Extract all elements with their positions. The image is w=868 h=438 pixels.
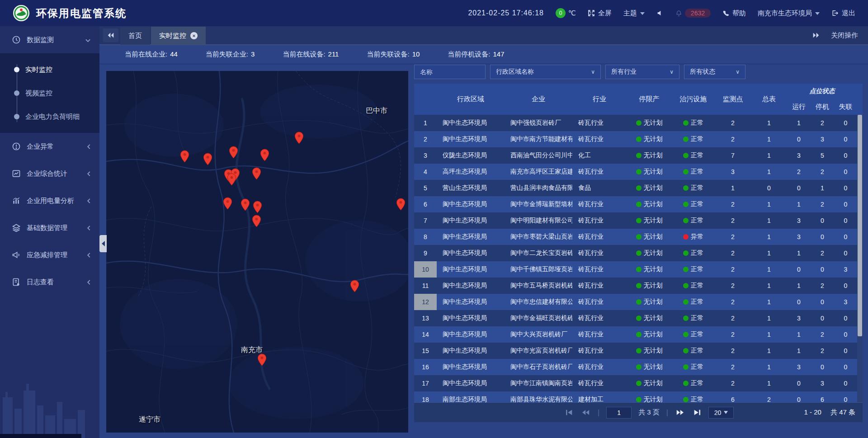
row-monitor-count: 3 (715, 164, 751, 180)
row-monitor-count: 2 (715, 229, 751, 245)
table-row[interactable]: 15阆中生态环境局阆中市光富页岩机砖厂砖瓦行业无计划正常21120 (414, 343, 857, 359)
table-row[interactable]: 2阆中生态环境局阆中市南方节能建材有砖瓦行业无计划正常21030 (414, 131, 857, 147)
table-row[interactable]: 14阆中生态环境局阆中大兴页岩机砖厂砖瓦行业无计划正常21120 (414, 326, 857, 343)
table-row[interactable]: 4高坪生态环境局南充市高坪区王家店建砖瓦行业无计划正常31220 (414, 164, 857, 180)
row-limit-status: 无计划 (627, 115, 672, 131)
row-index: 4 (414, 164, 437, 180)
sound-toggle-button[interactable] (656, 9, 664, 17)
fullscreen-button[interactable]: 全屏 (588, 9, 612, 18)
sidebar-item-实时监控[interactable]: 实时监控 (0, 58, 99, 81)
table-row[interactable]: 10阆中生态环境局阆中千佛镇五郎垭页岩砖瓦行业无计划正常21003 (414, 261, 857, 278)
table-row[interactable]: 12阆中生态环境局阆中市忠信建材有限公砖瓦行业无计划正常21003 (414, 294, 857, 310)
row-limit-status: 无计划 (627, 180, 672, 196)
table-row[interactable]: 9阆中生态环境局阆中市二龙长宝页岩砖砖瓦行业无计划正常21120 (414, 245, 857, 261)
map-pin-icon[interactable] (223, 197, 232, 210)
map-pin-icon[interactable] (229, 146, 238, 159)
table-row[interactable]: 5营山生态环境局营山县润丰肉食品有限食品无计划正常10010 (414, 180, 857, 196)
row-stopped-count: 5 (811, 147, 834, 164)
sidebar-group-应急减排管理[interactable]: 应急减排管理 (0, 241, 99, 268)
status-dot-icon (683, 283, 689, 288)
sidebar-group-企业综合统计[interactable]: 企业综合统计 (0, 160, 99, 187)
tabs-scroll-right-button[interactable] (813, 33, 819, 38)
map-pin-icon[interactable] (203, 153, 212, 165)
limit-status-text: 无计划 (644, 119, 663, 127)
table-row[interactable]: 16阆中生态环境局阆中市石子页岩机砖厂砖瓦行业无计划正常21300 (414, 359, 857, 375)
notification-area[interactable]: 2632 (675, 9, 711, 18)
map-pin-icon[interactable] (253, 201, 262, 213)
sidebar-group-日志查看[interactable]: 日志查看 (0, 268, 99, 296)
tab-home[interactable]: 首页 (120, 27, 150, 45)
sidebar-group-基础数据管理[interactable]: 基础数据管理 (0, 214, 99, 241)
row-region: 阆中生态环境局 (437, 343, 505, 359)
table-row[interactable]: 1阆中生态环境局阆中强锐页岩砖厂砖瓦行业无计划正常21120 (414, 115, 857, 131)
prev-page-button[interactable] (581, 408, 591, 418)
table-row[interactable]: 7阆中生态环境局阆中明阳建材有限公司砖瓦行业无计划正常21300 (414, 212, 857, 229)
map-pin-icon[interactable] (294, 132, 304, 144)
first-page-button[interactable] (564, 408, 574, 418)
map-pin-icon[interactable] (227, 173, 236, 186)
limit-status-text: 无计划 (644, 168, 663, 176)
map-pin-icon[interactable] (180, 150, 189, 163)
row-lost-count: 0 (834, 131, 857, 147)
page-number-input[interactable] (606, 407, 632, 419)
range-label: 1 - 20 (804, 408, 821, 417)
map-pin-icon[interactable] (252, 167, 261, 180)
sidebar-group-企业用电量分析[interactable]: 企业用电量分析 (0, 187, 99, 214)
theme-dropdown[interactable]: 主题 (623, 9, 645, 18)
map-pin-icon[interactable] (241, 198, 250, 211)
first-page-icon (566, 410, 573, 415)
row-stopped-count: 6 (811, 391, 834, 402)
map-pin-icon[interactable] (396, 198, 406, 211)
table-row[interactable]: 17阆中生态环境局阆中市江南镇阆南页岩砖瓦行业无计划正常21030 (414, 375, 857, 391)
table-scrollbar[interactable] (857, 115, 863, 402)
status-dot-icon (636, 234, 642, 240)
facility-status-text: 异常 (691, 233, 703, 241)
scrollbar-thumb[interactable] (858, 115, 862, 336)
industry-select[interactable]: 所有行业 ∨ (605, 65, 679, 79)
limit-status-text: 无计划 (644, 314, 663, 322)
row-industry: 砖瓦行业 (572, 375, 627, 391)
map-container[interactable]: 巴中市南充市遂宁市 (106, 71, 408, 433)
table-row[interactable]: 11阆中生态环境局阆中市五马桥页岩机砖砖瓦行业无计划正常21120 (414, 278, 857, 294)
next-page-button[interactable] (675, 408, 685, 418)
map-pin-icon[interactable] (260, 149, 269, 161)
org-dropdown[interactable]: 南充市生态环境局 (758, 9, 820, 18)
map-pin-icon[interactable] (257, 353, 267, 366)
tab-realtime-monitor[interactable]: 实时监控 × (151, 27, 206, 45)
row-stopped-count: 0 (811, 261, 834, 278)
table-row[interactable]: 18南部生态环境局南部县珠华水泥有限公建材加工无计划正常62060 (414, 391, 857, 402)
bell-icon (675, 9, 682, 17)
chevron-down-icon (640, 12, 645, 15)
logout-button[interactable]: 退出 (831, 9, 855, 18)
facility-status-text: 正常 (691, 330, 703, 339)
row-industry: 砖瓦行业 (572, 359, 627, 375)
sidebar-item-企业电力负荷明细[interactable]: 企业电力负荷明细 (0, 105, 99, 128)
last-page-button[interactable] (692, 408, 702, 418)
page-size-select[interactable]: 20 (708, 407, 734, 419)
table-row[interactable]: 6阆中生态环境局阆中市金博瑞新型墙材砖瓦行业无计划正常21120 (414, 196, 857, 212)
row-region: 阆中生态环境局 (437, 115, 505, 131)
row-facility-status: 正常 (672, 261, 715, 278)
close-operations-dropdown[interactable]: 关闭操作 (831, 31, 858, 40)
table-row[interactable]: 8阆中生态环境局阆中市枣碧大梁山页岩砖瓦行业无计划异常21300 (414, 229, 857, 245)
tab-close-icon[interactable]: × (190, 32, 198, 39)
tabs-scroll-left-button[interactable] (103, 28, 118, 42)
map-pin-icon[interactable] (350, 280, 359, 292)
status-select[interactable]: 所有状态 ∨ (684, 65, 745, 79)
name-search-input[interactable] (414, 65, 486, 79)
region-select[interactable]: 行政区域名称 ∨ (490, 65, 601, 79)
sidebar-item-视频监控[interactable]: 视频监控 (0, 81, 99, 105)
limit-status-text: 无计划 (644, 265, 663, 273)
row-monitor-count: 7 (715, 147, 751, 164)
panel-collapse-handle[interactable] (99, 235, 107, 252)
help-button[interactable]: 帮助 (722, 9, 746, 18)
sidebar-group-企业异常[interactable]: 企业异常 (0, 133, 99, 160)
row-limit-status: 无计划 (627, 375, 672, 391)
table-row[interactable]: 3仪陇生态环境局西南油气田分公司川中化工无计划正常71350 (414, 147, 857, 164)
sidebar-group-数据监测[interactable]: 数据监测 (0, 26, 99, 53)
row-index: 10 (414, 261, 437, 278)
table-row[interactable]: 13阆中生态环境局阆中市金福旺页岩机砖砖瓦行业无计划正常21300 (414, 310, 857, 326)
map-pin-icon[interactable] (252, 215, 261, 227)
status-dot-icon (636, 283, 642, 288)
status-dot-icon (683, 267, 689, 272)
